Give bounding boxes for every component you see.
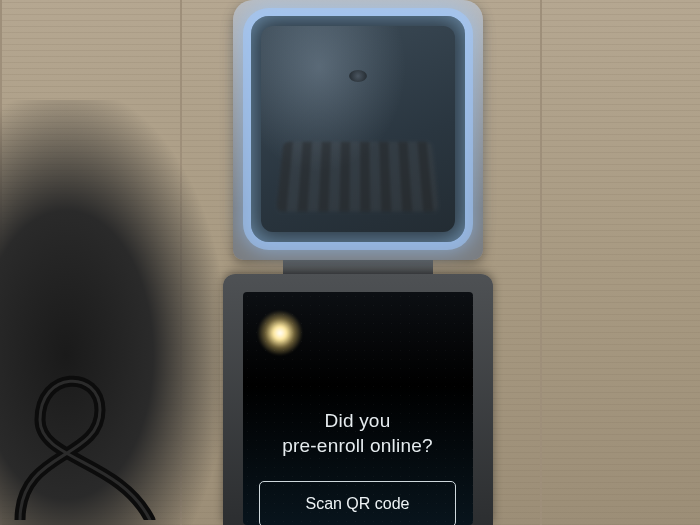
touchscreen-housing: Did you pre-enroll online? Scan QR code: [223, 274, 493, 525]
power-cable: [10, 310, 190, 520]
prompt-line-1: Did you: [325, 410, 391, 431]
prompt-line-2: pre-enroll online?: [282, 435, 432, 456]
light-glare: [257, 310, 303, 356]
kiosk-neck: [283, 260, 433, 274]
scanner-glow-ring: [251, 16, 465, 242]
touchscreen[interactable]: Did you pre-enroll online? Scan QR code: [243, 292, 473, 525]
payment-kiosk: Did you pre-enroll online? Scan QR code: [225, 0, 490, 525]
palm-scanner-housing: [233, 0, 483, 260]
camera-sensor-icon: [349, 70, 367, 82]
enrollment-prompt: Did you pre-enroll online?: [282, 408, 432, 459]
scanner-glass[interactable]: [261, 26, 455, 232]
glass-reflection: [276, 142, 439, 212]
scan-qr-button[interactable]: Scan QR code: [259, 481, 457, 525]
